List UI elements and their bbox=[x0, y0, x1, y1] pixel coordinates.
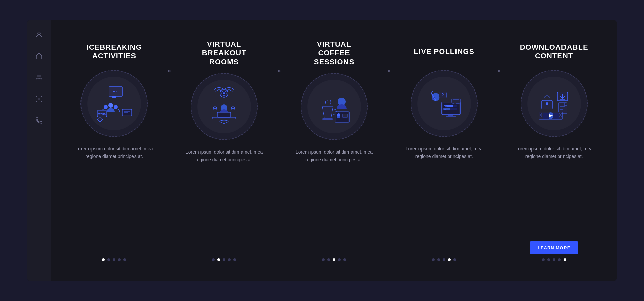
svg-text:WORD: WORD bbox=[98, 113, 106, 115]
dots-virtual-breakout bbox=[212, 258, 236, 261]
dots-virtual-coffee bbox=[322, 258, 346, 261]
settings-icon[interactable] bbox=[34, 94, 44, 104]
svg-rect-49 bbox=[446, 108, 450, 110]
dot-5 bbox=[123, 258, 126, 261]
dot-1 bbox=[542, 258, 545, 261]
svg-point-0 bbox=[38, 32, 40, 35]
dot-4 bbox=[338, 258, 341, 261]
circle-icebreaking: WORD bbox=[80, 70, 148, 137]
dot-2 bbox=[547, 258, 550, 261]
dot-2 bbox=[107, 258, 110, 261]
dot-1 bbox=[432, 258, 435, 261]
main-container: ICEBREAKING ACTIVITIES bbox=[27, 20, 617, 281]
card-virtual-breakout: VIRTUAL BREAKOUT ROOMS bbox=[171, 33, 277, 268]
dot-4 bbox=[558, 258, 561, 261]
dot-1 bbox=[102, 258, 105, 261]
dot-3 bbox=[333, 258, 335, 261]
dot-4 bbox=[228, 258, 231, 261]
dot-2 bbox=[437, 258, 440, 261]
svg-rect-64 bbox=[540, 113, 542, 114]
svg-point-7 bbox=[104, 105, 108, 109]
svg-rect-50 bbox=[452, 98, 460, 103]
svg-rect-20 bbox=[212, 117, 236, 119]
svg-point-2 bbox=[39, 75, 41, 77]
svg-rect-32 bbox=[342, 114, 348, 117]
dot-4 bbox=[448, 258, 451, 261]
dot-1 bbox=[212, 258, 215, 261]
dot-5 bbox=[564, 258, 566, 261]
card-title-virtual-coffee: VIRTUAL COFFEE SESSIONS bbox=[314, 40, 354, 66]
circle-downloadable-content bbox=[521, 70, 588, 137]
card-title-virtual-breakout: VIRTUAL BREAKOUT ROOMS bbox=[202, 40, 247, 66]
dot-4 bbox=[118, 258, 121, 261]
circle-virtual-coffee bbox=[301, 73, 368, 140]
dot-3 bbox=[553, 258, 555, 261]
svg-point-24 bbox=[214, 108, 216, 109]
svg-rect-69 bbox=[543, 113, 549, 119]
dot-5 bbox=[233, 258, 236, 261]
card-virtual-coffee: VIRTUAL COFFEE SESSIONS bbox=[281, 33, 387, 268]
svg-rect-65 bbox=[540, 116, 542, 117]
svg-text:A): A) bbox=[443, 104, 446, 107]
svg-text:?: ? bbox=[441, 93, 444, 97]
card-icebreaking: ICEBREAKING ACTIVITIES bbox=[61, 33, 167, 268]
svg-point-3 bbox=[38, 98, 40, 100]
sidebar bbox=[27, 20, 51, 281]
arrow-4: » bbox=[497, 33, 501, 268]
card-desc-virtual-breakout: Lorem ipsum dolor sit dim amet, mea regi… bbox=[177, 148, 271, 252]
card-desc-icebreaking: Lorem ipsum dolor sit dim amet, mea regi… bbox=[67, 145, 161, 252]
card-desc-downloadable-content: Lorem ipsum dolor sit dim amet, mea regi… bbox=[507, 145, 601, 235]
svg-rect-13 bbox=[123, 110, 131, 115]
circle-live-pollings: ? A) B) bbox=[411, 70, 478, 137]
card-title-downloadable-content: DOWNLOADABLE CONTENT bbox=[520, 40, 588, 63]
svg-rect-5 bbox=[112, 96, 116, 98]
dot-5 bbox=[343, 258, 346, 261]
svg-point-9 bbox=[114, 105, 118, 109]
dot-2 bbox=[217, 258, 220, 261]
card-desc-virtual-coffee: Lorem ipsum dolor sit dim amet, mea regi… bbox=[287, 148, 381, 252]
dot-5 bbox=[453, 258, 456, 261]
dot-3 bbox=[113, 258, 115, 261]
phone-icon[interactable] bbox=[34, 116, 44, 125]
circle-virtual-breakout bbox=[191, 73, 258, 140]
svg-point-27 bbox=[223, 123, 225, 124]
dot-3 bbox=[223, 258, 225, 261]
dots-icebreaking bbox=[102, 258, 126, 261]
svg-rect-42 bbox=[448, 115, 453, 116]
svg-point-18 bbox=[223, 92, 225, 94]
svg-rect-46 bbox=[446, 105, 453, 107]
svg-rect-66 bbox=[560, 113, 561, 114]
arrow-3: » bbox=[387, 33, 391, 268]
dot-2 bbox=[327, 258, 330, 261]
dot-1 bbox=[322, 258, 325, 261]
card-title-live-pollings: LIVE POLLINGS bbox=[414, 40, 474, 63]
card-desc-live-pollings: Lorem ipsum dolor sit dim amet, mea regi… bbox=[397, 145, 491, 252]
arrow-1: » bbox=[167, 33, 171, 268]
svg-text:B): B) bbox=[443, 108, 446, 110]
svg-rect-67 bbox=[560, 116, 561, 117]
svg-rect-43 bbox=[446, 116, 456, 117]
svg-rect-6 bbox=[110, 98, 118, 98]
card-title-icebreaking: ICEBREAKING ACTIVITIES bbox=[87, 40, 142, 63]
svg-point-8 bbox=[108, 103, 113, 108]
home-icon[interactable] bbox=[34, 51, 44, 61]
svg-point-26 bbox=[232, 108, 234, 109]
group-icon[interactable] bbox=[34, 73, 44, 82]
dots-downloadable-content bbox=[542, 258, 566, 261]
svg-rect-22 bbox=[218, 113, 230, 117]
learn-more-button[interactable]: LEARN MORE bbox=[530, 241, 578, 254]
cards-container: ICEBREAKING ACTIVITIES bbox=[51, 20, 617, 281]
user-icon[interactable] bbox=[34, 30, 44, 39]
svg-point-1 bbox=[37, 75, 39, 77]
dots-live-pollings bbox=[432, 258, 456, 261]
svg-point-35 bbox=[322, 118, 334, 120]
card-live-pollings: LIVE POLLINGS ? bbox=[391, 33, 497, 268]
svg-rect-70 bbox=[553, 113, 559, 119]
svg-point-54 bbox=[546, 102, 548, 105]
svg-rect-4 bbox=[109, 87, 122, 96]
arrow-2: » bbox=[277, 33, 281, 268]
dot-3 bbox=[443, 258, 445, 261]
card-downloadable-content: DOWNLOADABLE CONTENT bbox=[501, 33, 607, 268]
